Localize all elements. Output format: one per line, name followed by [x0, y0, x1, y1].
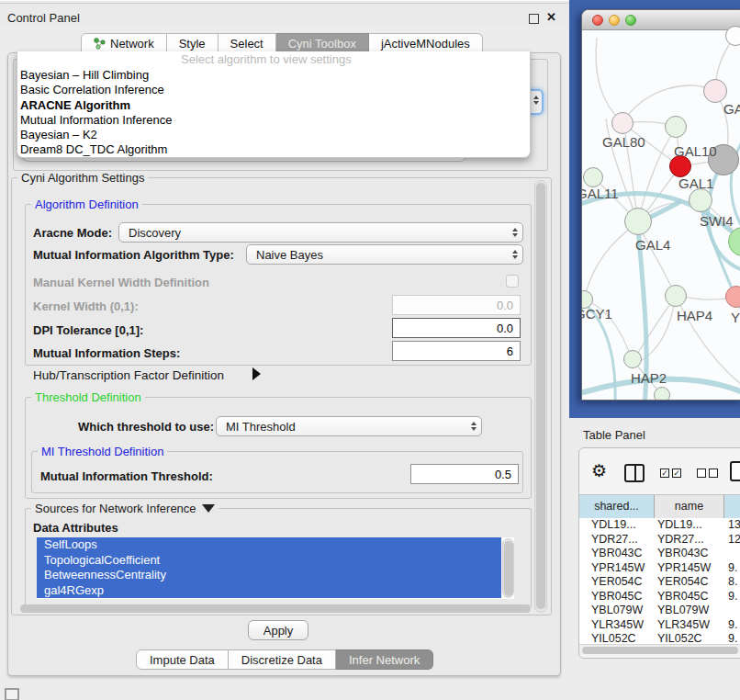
kernel-width-field[interactable] — [392, 295, 521, 315]
popup-item-mutual-information[interactable]: Mutual Information Inference — [17, 113, 530, 128]
cell-value[interactable]: 12 — [728, 533, 740, 548]
table-row[interactable]: YLR345W YLR345W 9. — [579, 618, 740, 633]
tab-impute-data[interactable]: Impute Data — [136, 649, 229, 670]
close-icon[interactable]: ✕ — [546, 10, 556, 24]
cell-name[interactable]: YLR345W — [657, 618, 710, 633]
node-label: GAL1 — [678, 175, 713, 191]
mi-steps-field[interactable] — [392, 341, 521, 361]
cell-name[interactable]: YBL079W — [657, 604, 709, 618]
cell-shared-name[interactable]: YBR045C — [591, 590, 643, 604]
tab-jactivemnodules[interactable]: jActiveMNodules — [369, 33, 483, 53]
network-node[interactable] — [654, 387, 670, 401]
popup-item-bayesian-k2[interactable]: Bayesian – K2 — [17, 128, 530, 142]
cell-value[interactable]: 9. — [728, 632, 737, 644]
gear-icon[interactable]: ⚙ — [591, 460, 607, 481]
table-row[interactable]: YBL079W YBL079W — [579, 604, 740, 618]
cell-name[interactable]: YBR043C — [657, 547, 709, 561]
cell-shared-name[interactable]: YLR345W — [591, 618, 644, 633]
cell-value[interactable]: 9. — [728, 561, 737, 576]
cell-name[interactable]: YDL19... — [657, 518, 702, 533]
mi-type-combo[interactable]: Naive Bayes — [246, 244, 523, 265]
table-row[interactable]: YDL19... YDL19... 13 — [579, 518, 740, 533]
tab-select[interactable]: Select — [219, 33, 276, 53]
table-row[interactable]: YIL052C YIL052C 9. — [579, 632, 740, 644]
cell-shared-name[interactable]: YBL079W — [591, 604, 643, 618]
cell-name[interactable]: YPR145W — [657, 561, 711, 576]
network-node-gal10[interactable] — [665, 116, 687, 138]
minimize-traffic-light-icon[interactable] — [609, 15, 620, 26]
cell-shared-name[interactable]: YDL19... — [591, 518, 636, 533]
settings-horizontal-scroll-thumb[interactable] — [20, 604, 531, 613]
tab-discretize-data[interactable]: Discretize Data — [229, 649, 336, 670]
apply-button[interactable]: Apply — [248, 620, 308, 640]
attribute-list-scroll-thumb[interactable] — [504, 541, 513, 596]
table-row[interactable]: YDR27... YDR27... 12 — [579, 533, 740, 548]
attribute-item-betweennesscentrality[interactable]: BetweennessCentrality — [37, 568, 501, 583]
attribute-list-scrollbar[interactable] — [502, 538, 514, 598]
panel-grip-icon[interactable] — [5, 688, 19, 700]
network-node-hap4[interactable] — [665, 285, 687, 307]
checked-checkbox-icon[interactable]: ✓ — [672, 469, 681, 478]
network-node-hap2[interactable] — [623, 350, 642, 368]
network-window-titlebar[interactable] — [582, 10, 740, 30]
popup-item-bayesian-hill-climbing[interactable]: Bayesian – Hill Climbing — [17, 68, 530, 83]
popup-item-aracne[interactable]: ARACNE Algorithm — [17, 98, 530, 113]
mi-threshold-field[interactable] — [410, 464, 519, 484]
cell-value[interactable]: 9. — [728, 618, 737, 633]
settings-vertical-scrollbar[interactable] — [534, 180, 547, 613]
table-row[interactable]: YER054C YER054C 8. — [579, 575, 740, 590]
cell-shared-name[interactable]: YPR145W — [591, 561, 645, 576]
table-row[interactable]: YBR043C YBR043C — [579, 547, 740, 561]
checked-checkbox-icon[interactable]: ✓ — [660, 469, 669, 478]
popup-item-dream8[interactable]: Dream8 DC_TDC Algorithm — [17, 142, 530, 157]
table-hscrollbar-thumb[interactable] — [582, 647, 738, 654]
cell-name[interactable]: YBR045C — [657, 590, 709, 604]
cell-shared-name[interactable]: YER054C — [591, 575, 643, 590]
dpi-tolerance-field[interactable] — [392, 318, 521, 338]
popup-item-basic-correlation[interactable]: Basic Correlation Inference — [17, 83, 530, 97]
tab-style[interactable]: Style — [167, 33, 219, 53]
cell-name[interactable]: YDR27... — [657, 533, 704, 548]
unchecked-checkbox-icon[interactable] — [709, 469, 718, 478]
cell-shared-name[interactable]: YDR27... — [591, 533, 638, 548]
expand-right-icon[interactable] — [252, 367, 261, 380]
attribute-item-gal4rgexp[interactable]: gal4RGexp — [37, 583, 501, 599]
cell-value[interactable]: 13 — [728, 518, 740, 533]
float-window-icon[interactable] — [529, 14, 539, 24]
tab-infer-network[interactable]: Infer Network — [336, 649, 433, 670]
close-traffic-light-icon[interactable] — [592, 15, 603, 26]
table-row[interactable]: YBR045C YBR045C 9. — [579, 590, 740, 604]
attribute-item-topologicalcoefficient[interactable]: TopologicalCoefficient — [37, 553, 501, 569]
which-threshold-combo[interactable]: MI Threshold — [216, 416, 482, 436]
tab-network[interactable]: Network — [81, 33, 167, 53]
table-row[interactable]: YPR145W YPR145W 9. — [579, 561, 740, 576]
header-cell-shared-name[interactable]: shared... — [579, 495, 655, 518]
unchecked-checkbox-icon[interactable] — [697, 469, 706, 478]
network-node-swi4[interactable] — [689, 188, 712, 212]
network-node-gal80[interactable] — [611, 112, 633, 134]
cell-shared-name[interactable]: YBR043C — [591, 547, 643, 561]
cell-value[interactable]: 8. — [728, 575, 737, 590]
network-window[interactable]: GAL GAL80 GAL10 GAL1 GAL11 SWI4 GAL4 GCY… — [581, 9, 740, 401]
network-node-gal11[interactable] — [583, 167, 603, 187]
cell-name[interactable]: YIL052C — [657, 632, 702, 644]
collapse-down-icon[interactable] — [202, 504, 215, 513]
cell-shared-name[interactable]: YIL052C — [591, 632, 636, 644]
aracne-mode-combo[interactable]: Discovery — [118, 222, 523, 243]
header-cell-name[interactable]: name — [655, 495, 724, 518]
tab-cyni-toolbox[interactable]: Cyni Toolbox — [276, 33, 369, 53]
cell-name[interactable]: YER054C — [657, 575, 709, 590]
network-node-gal4[interactable] — [624, 208, 652, 235]
table-hscrollbar-track[interactable] — [579, 644, 740, 654]
node-label: Y — [731, 310, 740, 325]
settings-vertical-scroll-thumb[interactable] — [536, 183, 545, 609]
network-node[interactable] — [703, 79, 727, 103]
zoom-traffic-light-icon[interactable] — [625, 15, 636, 26]
attribute-item-selfloops[interactable]: SelfLoops — [37, 537, 501, 553]
manual-kernel-checkbox[interactable] — [506, 275, 519, 288]
column-layout-icon[interactable] — [624, 464, 645, 482]
header-cell-cut[interactable] — [724, 495, 740, 518]
page-icon[interactable] — [730, 461, 740, 481]
cell-value[interactable]: 9. — [728, 590, 737, 604]
network-node[interactable] — [725, 26, 740, 46]
